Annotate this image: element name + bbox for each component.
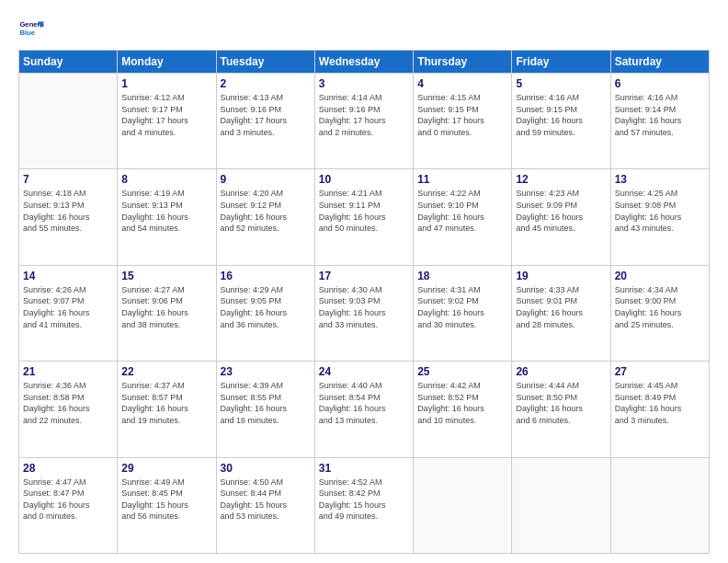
day-info: Sunrise: 4:37 AMSunset: 8:57 PMDaylight:… bbox=[121, 380, 211, 426]
calendar-cell: 22Sunrise: 4:37 AMSunset: 8:57 PMDayligh… bbox=[118, 362, 216, 457]
day-number: 25 bbox=[417, 365, 507, 378]
day-info: Sunrise: 4:14 AMSunset: 9:16 PMDaylight:… bbox=[319, 92, 409, 138]
calendar-cell: 30Sunrise: 4:50 AMSunset: 8:44 PMDayligh… bbox=[216, 457, 314, 553]
day-info: Sunrise: 4:39 AMSunset: 8:55 PMDaylight:… bbox=[221, 380, 311, 426]
day-info: Sunrise: 4:44 AMSunset: 8:50 PMDaylight:… bbox=[516, 380, 606, 426]
day-number: 9 bbox=[221, 173, 311, 186]
calendar-cell: 2Sunrise: 4:13 AMSunset: 9:16 PMDaylight… bbox=[216, 74, 314, 169]
day-info: Sunrise: 4:47 AMSunset: 8:47 PMDaylight:… bbox=[23, 477, 113, 523]
day-info: Sunrise: 4:27 AMSunset: 9:06 PMDaylight:… bbox=[121, 284, 211, 330]
calendar-cell: 4Sunrise: 4:15 AMSunset: 9:15 PMDaylight… bbox=[414, 74, 512, 169]
calendar-cell: 21Sunrise: 4:36 AMSunset: 8:58 PMDayligh… bbox=[19, 362, 118, 457]
day-info: Sunrise: 4:34 AMSunset: 9:00 PMDaylight:… bbox=[615, 284, 705, 330]
day-number: 1 bbox=[121, 77, 211, 90]
day-number: 13 bbox=[615, 173, 705, 186]
day-info: Sunrise: 4:19 AMSunset: 9:13 PMDaylight:… bbox=[121, 188, 211, 234]
calendar-cell: 26Sunrise: 4:44 AMSunset: 8:50 PMDayligh… bbox=[512, 362, 610, 457]
day-number: 4 bbox=[417, 77, 507, 90]
day-number: 24 bbox=[319, 365, 409, 378]
day-info: Sunrise: 4:29 AMSunset: 9:05 PMDaylight:… bbox=[221, 284, 311, 330]
day-info: Sunrise: 4:36 AMSunset: 8:58 PMDaylight:… bbox=[23, 380, 113, 426]
day-number: 10 bbox=[319, 173, 409, 186]
calendar-cell: 18Sunrise: 4:31 AMSunset: 9:02 PMDayligh… bbox=[414, 265, 512, 361]
calendar-cell: 7Sunrise: 4:18 AMSunset: 9:13 PMDaylight… bbox=[19, 169, 118, 265]
day-number: 20 bbox=[615, 270, 705, 282]
day-info: Sunrise: 4:50 AMSunset: 8:44 PMDaylight:… bbox=[221, 477, 311, 523]
calendar-cell bbox=[414, 457, 512, 553]
calendar-cell: 31Sunrise: 4:52 AMSunset: 8:42 PMDayligh… bbox=[314, 457, 413, 553]
calendar-week-5: 28Sunrise: 4:47 AMSunset: 8:47 PMDayligh… bbox=[19, 457, 710, 553]
day-info: Sunrise: 4:22 AMSunset: 9:10 PMDaylight:… bbox=[417, 188, 507, 234]
calendar-cell: 17Sunrise: 4:30 AMSunset: 9:03 PMDayligh… bbox=[314, 265, 413, 361]
logo-icon: General Blue bbox=[18, 17, 44, 42]
day-info: Sunrise: 4:31 AMSunset: 9:02 PMDaylight:… bbox=[417, 284, 507, 330]
calendar-cell: 15Sunrise: 4:27 AMSunset: 9:06 PMDayligh… bbox=[118, 265, 216, 361]
day-number: 31 bbox=[319, 462, 409, 475]
day-info: Sunrise: 4:16 AMSunset: 9:15 PMDaylight:… bbox=[516, 92, 606, 138]
day-info: Sunrise: 4:42 AMSunset: 8:52 PMDaylight:… bbox=[417, 380, 507, 426]
day-number: 28 bbox=[23, 462, 113, 475]
day-number: 21 bbox=[23, 365, 113, 378]
day-number: 22 bbox=[121, 365, 211, 378]
calendar-cell: 8Sunrise: 4:19 AMSunset: 9:13 PMDaylight… bbox=[118, 169, 216, 265]
day-number: 15 bbox=[121, 270, 211, 282]
day-number: 19 bbox=[516, 270, 606, 282]
calendar-cell bbox=[512, 457, 610, 553]
day-info: Sunrise: 4:18 AMSunset: 9:13 PMDaylight:… bbox=[23, 188, 113, 234]
calendar-header-tuesday: Tuesday bbox=[216, 51, 314, 74]
day-info: Sunrise: 4:20 AMSunset: 9:12 PMDaylight:… bbox=[221, 188, 311, 234]
calendar-cell: 23Sunrise: 4:39 AMSunset: 8:55 PMDayligh… bbox=[216, 362, 314, 457]
day-info: Sunrise: 4:26 AMSunset: 9:07 PMDaylight:… bbox=[23, 284, 113, 330]
calendar-header-sunday: Sunday bbox=[19, 51, 118, 74]
day-info: Sunrise: 4:40 AMSunset: 8:54 PMDaylight:… bbox=[319, 380, 409, 426]
calendar-cell bbox=[610, 457, 709, 553]
calendar-week-4: 21Sunrise: 4:36 AMSunset: 8:58 PMDayligh… bbox=[19, 362, 710, 457]
calendar-cell: 24Sunrise: 4:40 AMSunset: 8:54 PMDayligh… bbox=[314, 362, 413, 457]
day-number: 16 bbox=[221, 270, 311, 282]
calendar-header-wednesday: Wednesday bbox=[314, 51, 413, 74]
calendar-header-monday: Monday bbox=[118, 51, 216, 74]
calendar-week-3: 14Sunrise: 4:26 AMSunset: 9:07 PMDayligh… bbox=[19, 265, 710, 361]
day-info: Sunrise: 4:52 AMSunset: 8:42 PMDaylight:… bbox=[319, 477, 409, 523]
day-number: 30 bbox=[221, 462, 311, 475]
calendar-cell: 10Sunrise: 4:21 AMSunset: 9:11 PMDayligh… bbox=[314, 169, 413, 265]
day-info: Sunrise: 4:25 AMSunset: 9:08 PMDaylight:… bbox=[615, 188, 705, 234]
day-number: 11 bbox=[417, 173, 507, 186]
day-number: 23 bbox=[221, 365, 311, 378]
day-info: Sunrise: 4:45 AMSunset: 8:49 PMDaylight:… bbox=[615, 380, 705, 426]
day-number: 6 bbox=[615, 77, 705, 90]
calendar-cell: 9Sunrise: 4:20 AMSunset: 9:12 PMDaylight… bbox=[216, 169, 314, 265]
day-number: 3 bbox=[319, 77, 409, 90]
logo: General Blue bbox=[18, 17, 44, 42]
calendar-header-friday: Friday bbox=[512, 51, 610, 74]
day-info: Sunrise: 4:16 AMSunset: 9:14 PMDaylight:… bbox=[615, 92, 705, 138]
day-info: Sunrise: 4:33 AMSunset: 9:01 PMDaylight:… bbox=[516, 284, 606, 330]
calendar-table: SundayMondayTuesdayWednesdayThursdayFrid… bbox=[18, 50, 710, 554]
day-info: Sunrise: 4:13 AMSunset: 9:16 PMDaylight:… bbox=[221, 92, 311, 138]
calendar-cell: 13Sunrise: 4:25 AMSunset: 9:08 PMDayligh… bbox=[610, 169, 709, 265]
day-info: Sunrise: 4:21 AMSunset: 9:11 PMDaylight:… bbox=[319, 188, 409, 234]
day-number: 29 bbox=[121, 462, 211, 475]
day-info: Sunrise: 4:49 AMSunset: 8:45 PMDaylight:… bbox=[121, 477, 211, 523]
header: General Blue bbox=[18, 17, 710, 42]
day-number: 12 bbox=[516, 173, 606, 186]
calendar-cell: 19Sunrise: 4:33 AMSunset: 9:01 PMDayligh… bbox=[512, 265, 610, 361]
svg-text:Blue: Blue bbox=[19, 29, 35, 37]
calendar-cell: 25Sunrise: 4:42 AMSunset: 8:52 PMDayligh… bbox=[414, 362, 512, 457]
day-number: 2 bbox=[221, 77, 311, 90]
calendar-cell: 6Sunrise: 4:16 AMSunset: 9:14 PMDaylight… bbox=[610, 74, 709, 169]
day-number: 7 bbox=[23, 173, 113, 186]
calendar-cell: 20Sunrise: 4:34 AMSunset: 9:00 PMDayligh… bbox=[610, 265, 709, 361]
calendar-week-1: 1Sunrise: 4:12 AMSunset: 9:17 PMDaylight… bbox=[19, 74, 710, 169]
calendar-header-thursday: Thursday bbox=[414, 51, 512, 74]
calendar-header-saturday: Saturday bbox=[610, 51, 709, 74]
day-info: Sunrise: 4:23 AMSunset: 9:09 PMDaylight:… bbox=[516, 188, 606, 234]
day-info: Sunrise: 4:30 AMSunset: 9:03 PMDaylight:… bbox=[319, 284, 409, 330]
calendar-cell: 29Sunrise: 4:49 AMSunset: 8:45 PMDayligh… bbox=[118, 457, 216, 553]
calendar-cell: 14Sunrise: 4:26 AMSunset: 9:07 PMDayligh… bbox=[19, 265, 118, 361]
page: General Blue SundayMondayTuesdayWednesda… bbox=[0, 0, 728, 563]
day-info: Sunrise: 4:12 AMSunset: 9:17 PMDaylight:… bbox=[121, 92, 211, 138]
calendar-cell: 28Sunrise: 4:47 AMSunset: 8:47 PMDayligh… bbox=[19, 457, 118, 553]
day-number: 18 bbox=[417, 270, 507, 282]
calendar-week-2: 7Sunrise: 4:18 AMSunset: 9:13 PMDaylight… bbox=[19, 169, 710, 265]
